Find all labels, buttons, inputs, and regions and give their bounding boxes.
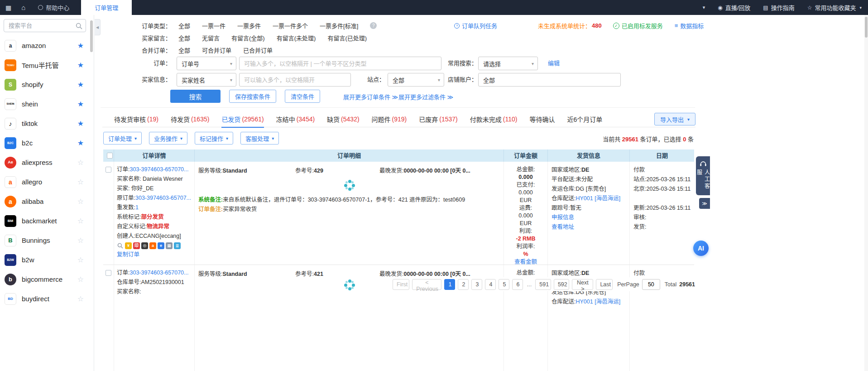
scrollbar-thumb[interactable] bbox=[865, 17, 868, 38]
page-button-591[interactable]: 591 bbox=[535, 279, 551, 290]
label-service-status[interactable]: ✓ 已启用标发服务 bbox=[613, 21, 663, 30]
store-account-input[interactable] bbox=[478, 73, 621, 87]
favorite-star-icon[interactable]: ★ bbox=[77, 119, 84, 128]
status-tab-9[interactable]: 等待确认 bbox=[529, 111, 555, 127]
sidebar-item-shopify[interactable]: Sshopify★ bbox=[0, 75, 87, 94]
customer-service-button[interactable]: 人工客服 bbox=[696, 156, 710, 195]
expand-more-filters-link[interactable]: 展开更多过滤条件 ≫ bbox=[398, 92, 453, 101]
buyer-field-select[interactable]: 买家姓名 ▾ bbox=[177, 73, 236, 87]
view-amount-link[interactable]: 查看金额 bbox=[514, 259, 537, 265]
page-button-4[interactable]: 4 bbox=[485, 279, 496, 290]
page-button-2[interactable]: 2 bbox=[458, 279, 469, 290]
favorite-star-icon[interactable]: ☆ bbox=[77, 275, 84, 284]
search-button[interactable]: 搜索 bbox=[170, 90, 221, 103]
filter-option[interactable]: 一票一件多个 bbox=[273, 21, 308, 30]
status-tab-5[interactable]: 缺货 (5432) bbox=[327, 111, 359, 127]
apps-grid-icon[interactable]: ▦ bbox=[5, 5, 11, 11]
status-tab-4[interactable]: 冻结中 (3454) bbox=[276, 111, 315, 127]
alibaba-icon[interactable]: a bbox=[149, 242, 156, 249]
favorite-star-icon[interactable]: ☆ bbox=[77, 178, 84, 186]
sidebar-item-b2w[interactable]: B2Wb2w☆ bbox=[0, 250, 87, 270]
next-page-button[interactable]: Next > bbox=[572, 279, 593, 290]
magnifier-icon[interactable] bbox=[117, 242, 124, 249]
sidebar-item-buydirect[interactable]: BDbuydirect☆ bbox=[0, 289, 87, 308]
favorite-star-icon[interactable]: ☆ bbox=[77, 294, 84, 303]
action-dropdown-1[interactable]: 订单处理 bbox=[103, 132, 142, 145]
status-tab-2[interactable]: 待发货 (1635) bbox=[171, 111, 209, 127]
last-page-button[interactable]: Last bbox=[596, 279, 613, 290]
action-dropdown-2[interactable]: 业务操作 bbox=[149, 132, 187, 145]
common-search-select[interactable]: 请选择 ▾ bbox=[478, 57, 538, 70]
stamp-icon[interactable]: 印 bbox=[133, 242, 140, 249]
platform-search-input[interactable] bbox=[4, 19, 86, 32]
favorite-star-icon[interactable]: ★ bbox=[77, 41, 84, 50]
tab-help-center[interactable]: 帮助中心 bbox=[38, 3, 69, 12]
buyer-input[interactable] bbox=[239, 73, 351, 87]
favorites-menu-button[interactable]: ☆ 常用功能收藏夹 ▾ bbox=[807, 3, 862, 12]
filter-option[interactable]: 有留言(已处理) bbox=[327, 34, 367, 42]
action-dropdown-4[interactable]: 客服处理 bbox=[240, 132, 279, 145]
filter-option[interactable]: 一票多件 bbox=[237, 21, 261, 30]
sidebar-item-alibaba[interactable]: aalibaba☆ bbox=[0, 192, 87, 211]
sidebar-item-allegro[interactable]: aallegro☆ bbox=[0, 172, 87, 192]
home-icon[interactable]: ⌂ bbox=[21, 4, 25, 11]
action-dropdown-3[interactable]: 标记操作 bbox=[195, 132, 233, 145]
view-address-link[interactable]: 查看地址 bbox=[551, 224, 574, 230]
sidebar-item-temu[interactable]: TEMUTemu半托管★ bbox=[0, 55, 87, 75]
sidebar-item-b2c[interactable]: B2Cb2c★ bbox=[0, 133, 87, 153]
status-tab-8[interactable]: 付款未完成 (110) bbox=[470, 111, 518, 127]
filter-option[interactable]: 已合并订单 bbox=[243, 46, 273, 54]
row-checkbox[interactable] bbox=[106, 270, 111, 276]
ungenerated-orders-stat[interactable]: 未生成系统单统计： 480 bbox=[538, 21, 602, 30]
warehouse-delivery-link[interactable]: HY001 [海邑海运] bbox=[575, 195, 620, 202]
resend-count-link[interactable]: 1 bbox=[135, 204, 139, 211]
sidebar-item-shein[interactable]: SHEINshein★ bbox=[0, 94, 87, 114]
edit-common-search-link[interactable]: 编辑 bbox=[548, 57, 560, 70]
sidebar-item-bigcommerce[interactable]: bbigcommerce☆ bbox=[0, 270, 87, 289]
original-order-link[interactable]: 303-3974603-65707... bbox=[135, 195, 191, 201]
filter-option[interactable]: 一票一件 bbox=[202, 21, 225, 30]
page-button-3[interactable]: 3 bbox=[471, 279, 482, 290]
clear-filters-button[interactable]: 清空条件 bbox=[285, 90, 320, 103]
page-button-5[interactable]: 5 bbox=[499, 279, 509, 290]
camera-icon[interactable]: ◎ bbox=[141, 242, 148, 249]
live-replay-button[interactable]: ◉ 直播/回放 bbox=[718, 3, 750, 12]
sidebar-item-tiktok[interactable]: ♪tiktok★ bbox=[0, 114, 87, 133]
favorite-star-icon[interactable]: ☆ bbox=[77, 158, 84, 167]
finance-icon[interactable]: ¥ bbox=[125, 242, 132, 249]
grid-icon[interactable]: ▦ bbox=[166, 242, 173, 249]
warehouse-delivery-link[interactable]: HY001 [海邑海运] bbox=[575, 299, 620, 305]
page-button-592[interactable]: 592 bbox=[554, 279, 570, 290]
import-export-button[interactable]: 导入导出 ▾ bbox=[654, 113, 695, 125]
doc-icon[interactable]: ≣ bbox=[174, 242, 181, 249]
filter-option[interactable]: 全部 bbox=[178, 21, 190, 30]
data-metrics-link[interactable]: ≡ 数据指标 bbox=[675, 21, 704, 30]
sidebar-item-amazon[interactable]: aamazon★ bbox=[0, 36, 87, 55]
row-checkbox[interactable] bbox=[106, 167, 111, 173]
filter-option[interactable]: 全部 bbox=[178, 46, 190, 54]
status-tab-6[interactable]: 问题件 (919) bbox=[372, 111, 407, 127]
declare-info-link[interactable]: 申报信息 bbox=[551, 214, 574, 221]
ai-assistant-button[interactable]: AI bbox=[693, 241, 709, 256]
filter-option[interactable]: 一票多件[标准] bbox=[320, 21, 358, 30]
select-all-checkbox[interactable] bbox=[107, 153, 113, 159]
filter-option[interactable]: 有留言(全部) bbox=[231, 34, 265, 42]
operation-guide-button[interactable]: ▤ 操作指南 bbox=[763, 3, 794, 12]
page-button-6[interactable]: 6 bbox=[512, 279, 523, 290]
filter-option[interactable]: 有留言(未处理) bbox=[277, 34, 316, 42]
favorite-star-icon[interactable]: ★ bbox=[77, 80, 84, 89]
site-select[interactable]: 全部 ▾ bbox=[388, 73, 444, 87]
status-tab-1[interactable]: 待发货审核 (19) bbox=[114, 111, 158, 127]
page-button-1[interactable]: 1 bbox=[444, 279, 455, 290]
favorite-star-icon[interactable]: ☆ bbox=[77, 197, 84, 206]
tab-order-management[interactable]: 订单管理 bbox=[81, 0, 132, 15]
status-tab-10[interactable]: 近6个月订单 bbox=[567, 111, 602, 127]
epacket-icon[interactable]: e bbox=[158, 242, 164, 249]
chevron-down-icon[interactable]: ▾ bbox=[703, 5, 705, 10]
favorite-star-icon[interactable]: ★ bbox=[77, 139, 84, 147]
favorite-star-icon[interactable]: ★ bbox=[77, 100, 84, 108]
sidebar-collapse-handle[interactable]: ◀ bbox=[95, 19, 101, 35]
order-number-link[interactable]: 303-3974603-657070... bbox=[129, 270, 188, 276]
order-number-input[interactable] bbox=[239, 57, 441, 70]
first-page-button[interactable]: First bbox=[393, 279, 409, 290]
